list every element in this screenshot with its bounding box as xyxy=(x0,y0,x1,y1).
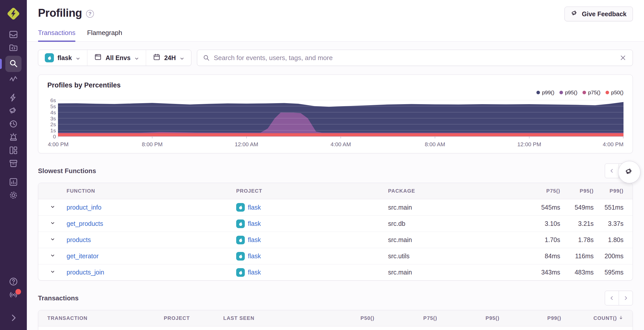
page-help-icon[interactable]: ? xyxy=(86,10,94,18)
sidebar-collapse-button[interactable] xyxy=(5,312,22,325)
sidebar-item-explore[interactable] xyxy=(5,56,22,72)
p99-cell: 551ms xyxy=(594,204,623,211)
column-header-p75: P75() xyxy=(522,188,560,194)
p95-cell: 1.78s xyxy=(560,236,594,244)
function-link[interactable]: get_products xyxy=(67,220,103,227)
traces-icon xyxy=(8,74,18,85)
p75-cell: 343ms xyxy=(522,269,560,276)
chart-title: Profiles by Percentiles xyxy=(47,81,623,89)
project-link[interactable]: flask xyxy=(248,204,261,211)
x-axis-label: 8:00 AM xyxy=(425,141,445,148)
table-row: product_info flask Sep 4, 2024 4:28:28 P… xyxy=(38,326,633,330)
sidebar-item-alerts[interactable] xyxy=(5,131,22,144)
legend-item[interactable]: p50() xyxy=(606,89,623,96)
tab-bar: Transactions Flamegraph xyxy=(27,29,644,42)
sidebar-item-issues[interactable] xyxy=(5,29,22,41)
sidebar-item-insights[interactable] xyxy=(5,92,22,104)
p75-cell: 84ms xyxy=(522,252,560,260)
expand-row-chevron-icon[interactable] xyxy=(50,236,55,242)
x-axis-label: 8:00 PM xyxy=(142,141,163,148)
project-link[interactable]: flask xyxy=(248,252,261,260)
next-page-button[interactable] xyxy=(619,291,633,305)
table-row: get_products flask src.db 3.10s 3.21s 3.… xyxy=(38,215,633,232)
sidebar-item-projects[interactable] xyxy=(5,42,22,54)
chevron-down-icon xyxy=(75,55,80,60)
give-feedback-button[interactable]: Give Feedback xyxy=(565,7,633,21)
project-link[interactable]: flask xyxy=(248,269,261,276)
project-link[interactable]: flask xyxy=(248,236,261,244)
tab-flamegraph[interactable]: Flamegraph xyxy=(87,29,122,41)
expand-row-chevron-icon[interactable] xyxy=(50,269,55,274)
function-link[interactable]: get_iterator xyxy=(67,252,98,260)
sidebar-item-whats-new[interactable] xyxy=(5,289,22,302)
column-header-p95: P95() xyxy=(437,315,499,321)
tab-transactions[interactable]: Transactions xyxy=(38,29,75,41)
column-header-transaction: TRANSACTION xyxy=(47,315,164,321)
column-header-p50: P50() xyxy=(311,315,374,321)
flask-project-icon xyxy=(45,53,54,62)
x-axis-label: 4:00 PM xyxy=(48,141,69,148)
legend-dot xyxy=(582,91,586,94)
p95-cell: 116ms xyxy=(560,252,594,260)
floating-feedback-button[interactable] xyxy=(618,161,640,183)
p99-cell: 200ms xyxy=(594,252,623,260)
y-axis-label: 3s xyxy=(47,116,56,122)
dashboard-grid-icon xyxy=(8,145,18,156)
expand-row-chevron-icon[interactable] xyxy=(50,220,55,226)
sidebar-item-stats[interactable] xyxy=(5,176,22,189)
environment-filter[interactable]: All Envs xyxy=(87,50,146,66)
history-clock-icon xyxy=(8,119,18,130)
column-header-p99: P99() xyxy=(499,315,561,321)
date-range-filter[interactable]: 24H xyxy=(146,50,191,66)
column-header-count[interactable]: COUNT() xyxy=(561,315,623,321)
expand-row-chevron-icon[interactable] xyxy=(50,204,55,209)
sidebar-item-feedback[interactable] xyxy=(5,105,22,118)
transactions-heading: Transactions xyxy=(38,294,78,302)
transactions-table: TRANSACTION PROJECT LAST SEEN P50() P75(… xyxy=(38,310,633,330)
function-link[interactable]: product_info xyxy=(67,204,102,211)
megaphone-icon xyxy=(625,167,634,177)
search-input[interactable] xyxy=(197,50,633,66)
sentry-logo[interactable] xyxy=(5,6,22,22)
legend-item[interactable]: p95() xyxy=(559,89,577,96)
column-header-p95: P95() xyxy=(560,188,594,194)
column-header-p99: P99() xyxy=(594,188,623,194)
sidebar-item-releases[interactable] xyxy=(5,158,22,170)
function-link[interactable]: products_join xyxy=(67,269,104,276)
prev-page-button[interactable] xyxy=(605,291,619,305)
sidebar-item-help[interactable] xyxy=(5,276,22,288)
sidebar-item-traces[interactable] xyxy=(5,73,22,86)
package-cell: src.utils xyxy=(388,252,522,260)
megaphone-icon xyxy=(8,106,18,117)
column-header-project: PROJECT xyxy=(236,188,388,194)
project-filter-label: flask xyxy=(57,54,72,62)
table-row: products_join flask src.main 343ms 483ms… xyxy=(38,264,633,280)
column-header-package: PACKAGE xyxy=(388,188,522,194)
sidebar-item-dashboards[interactable] xyxy=(5,144,22,157)
function-link[interactable]: products xyxy=(67,236,91,243)
y-axis-label: 6s xyxy=(47,97,56,103)
clear-search-icon[interactable] xyxy=(619,54,627,62)
page-title: Profiling xyxy=(38,7,82,19)
project-link[interactable]: flask xyxy=(248,220,261,227)
issues-icon xyxy=(8,29,18,41)
expand-row-chevron-icon[interactable] xyxy=(50,252,55,258)
folder-code-icon xyxy=(8,43,18,54)
legend-item[interactable]: p99() xyxy=(536,89,554,96)
prev-page-button[interactable] xyxy=(605,163,619,178)
sidebar-item-replays[interactable] xyxy=(5,118,22,131)
slowest-functions-heading: Slowest Functions xyxy=(38,167,96,175)
legend-item[interactable]: p75() xyxy=(582,89,600,96)
package-cell: src.db xyxy=(388,220,522,227)
sidebar-item-settings[interactable] xyxy=(5,189,22,202)
p75-cell: 545ms xyxy=(522,204,560,211)
package-cell: src.main xyxy=(388,204,522,211)
y-axis-label: 2s xyxy=(47,121,56,127)
date-range-label: 24H xyxy=(164,54,176,62)
project-filter[interactable]: flask xyxy=(38,50,87,66)
package-cell: src.main xyxy=(388,236,522,244)
percentiles-area-chart: 6s5s4s3s2s1s04:00 PM8:00 PM12:00 AM4:00 … xyxy=(47,100,623,150)
chevron-down-icon xyxy=(179,55,185,60)
bar-chart-icon xyxy=(8,177,18,188)
flask-project-icon xyxy=(236,236,245,244)
